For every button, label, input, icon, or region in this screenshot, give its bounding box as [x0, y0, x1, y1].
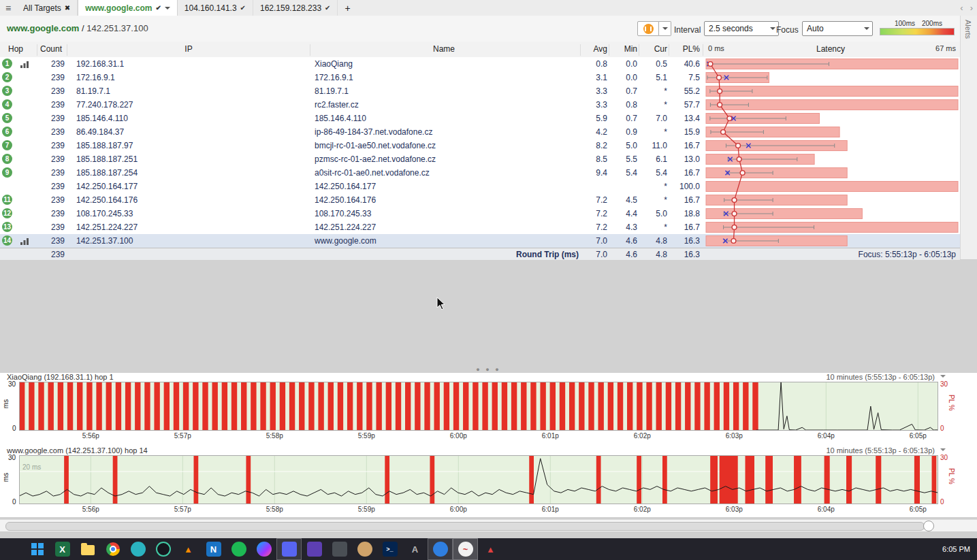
graph1-range[interactable]: 10 minutes (5:55:13p - 6:05:13p) [826, 373, 935, 381]
pingplotter-icon[interactable]: ~ [453, 538, 478, 560]
folder-icon [81, 545, 95, 555]
col-ip[interactable]: IP [76, 44, 301, 54]
camera-app-icon[interactable] [428, 538, 453, 560]
x-tick-label: 6:05p [904, 506, 931, 513]
letter-a-app-icon[interactable]: A [402, 538, 428, 560]
cell-count: 239 [37, 234, 65, 248]
cell-pl: 13.0 [670, 152, 700, 166]
start-icon[interactable] [25, 538, 50, 560]
cell-count: 239 [37, 152, 65, 166]
chrome-icon[interactable] [100, 538, 125, 560]
table-row-hop-5[interactable]: 5239185.146.4.110185.146.4.1105.90.77.01… [0, 112, 960, 125]
cell-cur: * [640, 180, 667, 193]
scroll-tabs-right-icon[interactable]: › [970, 3, 973, 13]
cell-name: www.google.com [315, 234, 577, 248]
hop-number-badge: 4 [2, 99, 12, 110]
col-avg[interactable]: Avg [583, 44, 607, 54]
cell-ip: 185.188.187.251 [76, 152, 301, 166]
table-row-hop-unknown[interactable]: 239142.250.164.177142.250.164.177*100.0 [0, 180, 960, 193]
flame-app-icon[interactable]: ▲ [478, 538, 503, 560]
summary-avg: 7.0 [583, 249, 607, 260]
bar-chart-icon[interactable] [20, 61, 29, 70]
chevron-down-icon[interactable] [165, 7, 170, 12]
cell-pl: 18.8 [670, 207, 700, 220]
cell-avg: 7.2 [583, 220, 607, 234]
table-row-hop-9[interactable]: 9239185.188.187.254a0sit-rc-01-ae0.net.v… [0, 166, 960, 180]
scroll-tabs-left-icon[interactable]: ‹ [960, 3, 963, 13]
pause-options-button[interactable] [659, 21, 671, 36]
legend-gradient-bar [880, 28, 955, 35]
messenger-icon[interactable] [251, 538, 276, 560]
discord-icon[interactable] [276, 538, 302, 560]
excel-icon[interactable]: X [50, 538, 75, 560]
camera-app-icon-glyph [433, 542, 448, 557]
focus-select[interactable]: Auto [802, 21, 873, 36]
chevron-down-icon[interactable] [940, 375, 946, 380]
tab-162.159.128.233[interactable]: 162.159.128.233✔ [253, 0, 338, 16]
table-row-hop-14[interactable]: 14239142.251.37.100www.google.com7.04.64… [0, 234, 960, 248]
close-icon[interactable]: ✖ [65, 4, 70, 12]
tab-104.160.141.3[interactable]: 104.160.141.3✔ [178, 0, 253, 16]
cell-ip: 86.49.184.37 [76, 125, 301, 139]
sphere-app-icon-glyph [357, 542, 372, 557]
table-row-hop-3[interactable]: 323981.19.7.181.19.7.13.30.7*55.2 [0, 84, 960, 98]
cell-name: 81.19.7.1 [315, 84, 577, 98]
tab-All Targets[interactable]: All Targets✖ [16, 0, 78, 16]
ide-icon[interactable] [150, 538, 176, 560]
cell-count: 239 [37, 112, 65, 125]
scrollbar-knob[interactable] [923, 521, 934, 531]
table-row-hop-4[interactable]: 423977.240.178.227rc2.faster.cz3.30.8*57… [0, 98, 960, 112]
latency-axis-min: 0 ms [708, 44, 724, 52]
horizontal-scrollbar[interactable] [0, 519, 977, 532]
col-latency[interactable]: Latency [763, 44, 899, 54]
table-row-hop-1[interactable]: 1239192.168.31.1XiaoQiang0.80.00.540.6 [0, 57, 960, 71]
table-row-hop-8[interactable]: 8239185.188.187.251pzmsc-rc-01-ae2.net.v… [0, 152, 960, 166]
x-tick-label: 5:56p [77, 432, 104, 440]
shield-app-icon[interactable] [302, 538, 327, 560]
table-row-hop-2[interactable]: 2239172.16.9.1172.16.9.13.10.05.17.5 [0, 71, 960, 84]
pause-button[interactable] [637, 21, 659, 36]
tab-label: 104.160.141.3 [185, 3, 237, 13]
threshold-label: 20 ms [22, 463, 41, 471]
col-name[interactable]: Name [315, 44, 573, 54]
tab-www.google.com[interactable]: www.google.com✔ [78, 0, 178, 16]
cell-cur: 5.0 [640, 207, 667, 220]
cell-min: 0.0 [610, 71, 637, 84]
vlc-icon[interactable]: ▲ [176, 538, 201, 560]
focus-label: Focus [776, 25, 799, 35]
cell-min: 5.5 [610, 152, 637, 166]
graph1-plot-area[interactable] [19, 382, 938, 431]
col-hop[interactable]: Hop [8, 44, 23, 54]
col-pl[interactable]: PL% [670, 44, 700, 54]
cell-cur: * [640, 125, 667, 139]
onenote-icon[interactable]: N [201, 538, 226, 560]
splitter-handle[interactable]: ● ● ● [0, 366, 977, 373]
file-explorer-icon[interactable] [75, 538, 100, 560]
graph2-plot-area[interactable]: 20 ms [19, 455, 938, 504]
sourcetree-icon[interactable] [125, 538, 150, 560]
spotify-icon[interactable] [226, 538, 251, 560]
summary-count: 239 [37, 249, 65, 260]
col-min[interactable]: Min [610, 44, 637, 54]
scrollbar-thumb[interactable] [5, 522, 925, 531]
sphere-app-icon[interactable] [352, 538, 377, 560]
tab-label: 162.159.128.233 [260, 3, 321, 13]
bar-chart-icon[interactable] [20, 237, 29, 247]
interval-select[interactable]: 2.5 seconds [704, 21, 779, 36]
taskbar-clock[interactable]: 6:05 PM [942, 538, 970, 560]
table-row-hop-6[interactable]: 623986.49.184.37ip-86-49-184-37.net.voda… [0, 125, 960, 139]
graph2-range[interactable]: 10 minutes (5:55:13p - 6:05:13p) [826, 446, 935, 455]
table-row-hop-12[interactable]: 12239108.170.245.33108.170.245.337.24.45… [0, 207, 960, 220]
add-target-button[interactable]: + [338, 0, 357, 16]
round-trip-summary-row: 239 Round Trip (ms) 7.0 4.6 4.8 16.3 Foc… [0, 248, 960, 261]
col-count[interactable]: Count [37, 44, 65, 54]
table-row-hop-13[interactable]: 13239142.251.224.227142.251.224.2277.24.… [0, 220, 960, 234]
menu-icon[interactable]: ≡ [0, 0, 16, 16]
chevron-down-icon[interactable] [940, 448, 946, 454]
table-row-hop-11[interactable]: 11239142.250.164.176142.250.164.1767.24.… [0, 193, 960, 207]
table-row-hop-7[interactable]: 7239185.188.187.97bmcjl-rc-01-ae50.net.v… [0, 139, 960, 152]
alerts-side-tab[interactable]: Alerts [960, 16, 977, 259]
powershell-icon[interactable]: >_ [377, 538, 402, 560]
col-cur[interactable]: Cur [640, 44, 667, 54]
cube-app-icon[interactable] [327, 538, 352, 560]
